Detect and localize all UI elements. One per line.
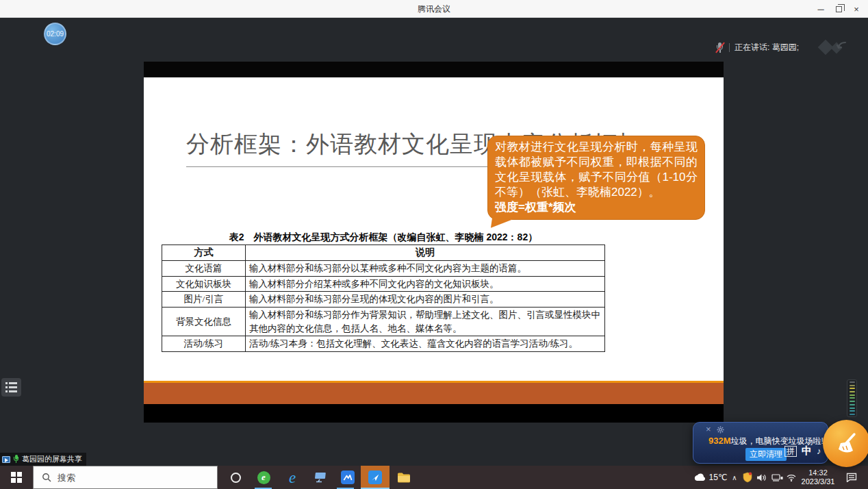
cell-method: 背景文化信息 bbox=[162, 307, 246, 336]
table-caption: 表2 外语教材文化呈现方式分析框架（改编自张虹、李晓楠 2022：82） bbox=[162, 231, 605, 244]
meeting-timer: 02:09 bbox=[47, 30, 64, 38]
table-row: 图片/引言 输入材料部分和练习部分呈现的体现文化内容的图片和引言。 bbox=[162, 292, 605, 308]
divider bbox=[729, 43, 730, 52]
windows-logo-icon bbox=[11, 472, 22, 483]
start-button[interactable] bbox=[0, 466, 33, 489]
folder-icon bbox=[397, 472, 411, 483]
ime-pinyin-indicator[interactable]: 拼 bbox=[784, 446, 797, 457]
taskbar-item-internet-explorer[interactable]: e bbox=[279, 466, 306, 489]
taskbar-item-360-browser[interactable]: e bbox=[250, 466, 277, 489]
col-header-method: 方式 bbox=[162, 245, 246, 261]
green-e-browser-icon: e bbox=[257, 471, 270, 484]
temperature-label[interactable]: 15℃ bbox=[708, 466, 728, 489]
ime-bar: 拼 中 ♪ bbox=[784, 444, 821, 457]
taskbar-item-file-explorer[interactable] bbox=[390, 466, 418, 489]
shield-icon bbox=[743, 472, 752, 483]
taskbar-item-meeting-docs[interactable] bbox=[334, 466, 361, 489]
tray-time: 14:32 bbox=[808, 468, 828, 477]
broom-icon bbox=[835, 431, 858, 456]
cell-method: 图片/引言 bbox=[162, 292, 246, 308]
taskbar-item-this-pc[interactable] bbox=[307, 466, 334, 489]
cell-description: 输入材料部分和练习部分呈现的体现文化内容的图片和引言。 bbox=[246, 292, 605, 308]
speaking-label: 正在讲话: 葛园园; bbox=[735, 42, 799, 53]
mic-active-icon bbox=[13, 455, 19, 464]
undo-arrow-icon bbox=[835, 40, 849, 51]
action-center-button[interactable] bbox=[842, 466, 861, 489]
ime-mode-indicator[interactable]: 中 bbox=[802, 444, 812, 457]
cell-method: 文化知识板块 bbox=[162, 276, 246, 292]
share-banner-label: 葛园园的屏幕共享 bbox=[22, 454, 82, 464]
table-row: 背景文化信息 输入材料部分和练习部分作为背景知识，帮助理解上述文化、图片、引言或… bbox=[162, 307, 605, 336]
popup-close-icon[interactable]: × bbox=[706, 424, 711, 434]
mountain-glyph bbox=[342, 473, 353, 482]
tray-date: 2023/3/31 bbox=[802, 477, 835, 486]
table-header-row: 方式 说明 bbox=[162, 245, 605, 261]
table-row: 文化语篇 输入材料部分和练习部分以某种或多种不同文化内容为主题的语篇。 bbox=[162, 261, 605, 277]
cell-description: 输入材料部分和练习部分作为背景知识，帮助理解上述文化、图片、引言或显性模块中其他… bbox=[246, 307, 605, 336]
minimize-button[interactable]: ─ bbox=[812, 0, 830, 18]
taskbar: e e bbox=[0, 466, 868, 489]
volume-tray-icon[interactable] bbox=[754, 466, 769, 489]
action-center-icon bbox=[846, 473, 857, 482]
annotation-arrows-icon[interactable] bbox=[817, 40, 853, 56]
search-box[interactable] bbox=[33, 466, 218, 489]
table-row: 文化知识板块 输入材料部分介绍某种或多种不同文化内容的文化知识板块。 bbox=[162, 276, 605, 292]
speaking-indicator: 正在讲话: 葛园园; bbox=[715, 40, 799, 55]
popup-settings-icon[interactable] bbox=[717, 426, 724, 434]
cleaner-app-icon[interactable] bbox=[823, 420, 868, 467]
cloud-icon bbox=[693, 473, 706, 481]
shared-slide: 分析框架：外语教材文化呈现内容分析框架 对教材进行文化呈现分析时，每种呈现载体都… bbox=[144, 62, 724, 423]
callout-formula: 强度=权重*频次 bbox=[495, 200, 698, 215]
cell-method: 文化语篇 bbox=[162, 261, 246, 277]
table-row: 活动/练习 活动/练习本身：包括文化理解、文化表达、蕴含文化内容的语言学习活动/… bbox=[162, 336, 605, 352]
cell-description: 活动/练习本身：包括文化理解、文化表达、蕴含文化内容的语言学习活动/练习。 bbox=[246, 336, 605, 352]
tray-expand-chevron[interactable]: ∧ bbox=[728, 466, 741, 489]
ethernet-icon bbox=[771, 473, 783, 481]
cell-description: 输入材料部分和练习部分以某种或多种不同文化内容为主题的语篇。 bbox=[246, 261, 605, 277]
ime-note-icon[interactable]: ♪ bbox=[817, 446, 821, 456]
restore-icon bbox=[836, 6, 842, 12]
close-icon: × bbox=[854, 4, 859, 14]
callout-body: 对教材进行文化呈现分析时，每种呈现载体都被赋予不同权重，即根据不同的文化呈现载体… bbox=[495, 140, 698, 200]
slide-rust-band bbox=[144, 383, 724, 404]
ie-icon: e bbox=[289, 470, 296, 486]
meeting-timer-badge[interactable]: 02:09 bbox=[44, 23, 66, 45]
speaker-icon bbox=[756, 473, 767, 482]
search-input[interactable] bbox=[58, 473, 194, 483]
annotation-toolbar-button[interactable] bbox=[1, 378, 21, 397]
meeting-window: 腾讯会议 ─ × 02:09 正在讲话: 葛园园; 分析框架：外语教材文化呈现内… bbox=[0, 0, 868, 489]
slide-top-bar bbox=[144, 62, 724, 77]
network-tray-icon[interactable] bbox=[769, 466, 784, 489]
callout-tail bbox=[491, 216, 513, 231]
callout-bubble: 对教材进行文化呈现分析时，每种呈现载体都被赋予不同权重，即根据不同的文化呈现载体… bbox=[487, 136, 705, 220]
wifi-tray-icon[interactable] bbox=[784, 466, 798, 489]
screen-share-icon bbox=[2, 456, 10, 463]
junk-size: 932M bbox=[709, 436, 731, 446]
wifi-icon bbox=[786, 473, 797, 481]
cell-method: 活动/练习 bbox=[162, 336, 246, 352]
pc-icon bbox=[314, 472, 327, 483]
antivirus-tray-icon[interactable] bbox=[741, 466, 754, 489]
minimize-icon: ─ bbox=[817, 4, 824, 14]
cell-description: 输入材料部分介绍某种或多种不同文化内容的文化知识板块。 bbox=[246, 276, 605, 292]
paper-plane-glyph bbox=[370, 473, 380, 482]
window-titlebar: 腾讯会议 ─ × bbox=[0, 0, 868, 18]
tray-clock[interactable]: 14:32 2023/3/31 bbox=[798, 466, 838, 489]
slide-bottom-bar bbox=[144, 404, 724, 423]
search-icon bbox=[42, 473, 51, 482]
level-meter-widget bbox=[847, 379, 857, 417]
list-icon bbox=[5, 382, 17, 392]
restore-button[interactable] bbox=[830, 0, 847, 18]
taskbar-item-tencent-meeting-active[interactable] bbox=[361, 466, 390, 489]
window-title: 腾讯会议 bbox=[0, 3, 868, 15]
screen-share-banner[interactable]: 葛园园的屏幕共享 bbox=[0, 453, 86, 466]
clean-now-button[interactable]: 立即清理 bbox=[745, 448, 787, 461]
close-button[interactable]: × bbox=[847, 0, 865, 18]
mic-muted-icon bbox=[715, 42, 724, 53]
framework-table: 方式 说明 文化语篇 输入材料部分和练习部分以某种或多种不同文化内容为主题的语篇… bbox=[162, 244, 605, 352]
weather-icon[interactable] bbox=[691, 466, 708, 489]
tencent-meeting-icon bbox=[368, 471, 382, 484]
taskbar-item-cortana[interactable] bbox=[222, 466, 249, 489]
cortana-icon bbox=[231, 473, 241, 483]
col-header-description: 说明 bbox=[246, 245, 605, 261]
